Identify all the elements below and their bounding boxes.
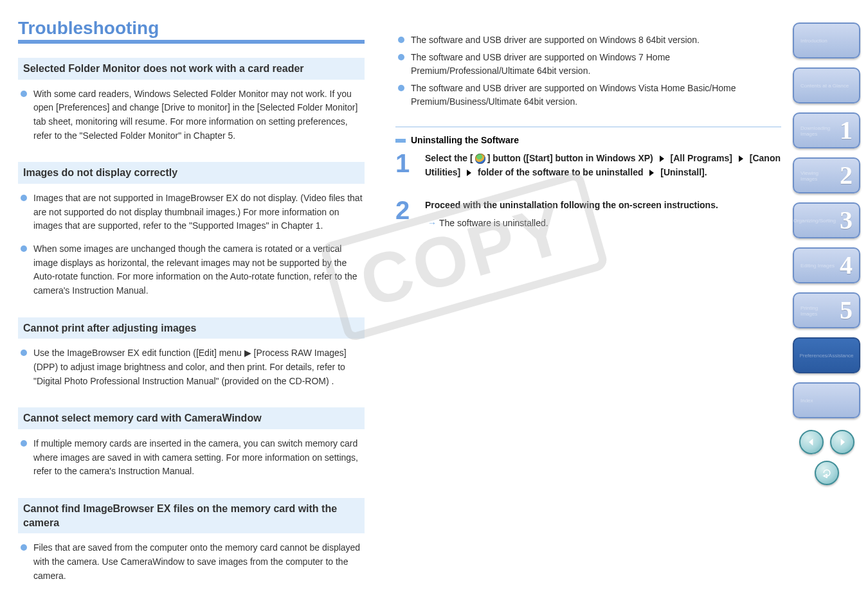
uninstall-heading: Uninstalling the Software bbox=[395, 135, 781, 145]
nav-preferences[interactable]: Preferences/Assistance bbox=[793, 337, 860, 373]
bullet-item: Files that are saved from the computer o… bbox=[18, 541, 365, 583]
nav-chapter-2[interactable]: Viewing Images 2 bbox=[793, 157, 860, 193]
prev-page-button[interactable] bbox=[799, 430, 824, 454]
nav-chapter-5[interactable]: Printing Images 5 bbox=[793, 292, 860, 328]
subhead-4: Cannot select memory card with CameraWin… bbox=[18, 407, 365, 429]
next-page-button[interactable] bbox=[830, 430, 854, 454]
info-bullet: The software and USB driver are supporte… bbox=[395, 82, 781, 109]
chapter-sidebar: Introduction Contents at a Glance Downlo… bbox=[788, 0, 868, 613]
step-number-2: 2 bbox=[395, 199, 425, 230]
bullet-item: Images that are not supported in ImageBr… bbox=[18, 191, 365, 233]
subhead-3: Cannot print after adjusting images bbox=[18, 317, 365, 339]
info-bullet: The software and USB driver are supporte… bbox=[395, 51, 781, 78]
subhead-1: Selected Folder Monitor does not work wi… bbox=[18, 58, 365, 80]
bullet-item: When some images are unchanged though th… bbox=[18, 242, 365, 298]
step-title: Proceed with the uninstallation followin… bbox=[425, 200, 718, 210]
subhead-5: Cannot find ImageBrowser EX files on the… bbox=[18, 498, 365, 533]
chevron-right-icon bbox=[649, 170, 654, 176]
nav-contents[interactable]: Contents at a Glance bbox=[793, 67, 860, 103]
windows-logo-icon bbox=[475, 154, 485, 164]
nav-chapter-4[interactable]: Editing Images 4 bbox=[793, 247, 860, 283]
step-1: 1 Select the [] button ([Start] button i… bbox=[395, 152, 781, 179]
troubleshooting-column: Troubleshooting Selected Folder Monitor … bbox=[0, 0, 376, 613]
section-divider bbox=[395, 127, 781, 127]
step-number-1: 1 bbox=[395, 152, 425, 179]
step-text: [All Programs] bbox=[671, 153, 732, 163]
svg-marker-0 bbox=[809, 438, 813, 445]
nav-chapter-1[interactable]: Downloading Images 1 bbox=[793, 112, 860, 148]
nav-chapter-3[interactable]: Organizing/Sorting 3 bbox=[793, 202, 860, 238]
step-note: The software is uninstalled. bbox=[439, 218, 548, 228]
nav-index[interactable]: Index bbox=[793, 382, 860, 418]
bullet-item: With some card readers, Windows Selected… bbox=[18, 87, 365, 143]
nav-introduction[interactable]: Introduction bbox=[793, 22, 860, 58]
title-underline bbox=[18, 40, 365, 44]
svg-marker-1 bbox=[840, 438, 844, 445]
step-text: Select the [ bbox=[425, 153, 473, 163]
chevron-right-icon bbox=[467, 170, 471, 176]
step-text: ] button ([Start] button in Windows XP) bbox=[487, 153, 653, 163]
chevron-right-icon bbox=[660, 155, 664, 162]
page-title: Troubleshooting bbox=[18, 18, 365, 39]
step-2: 2 Proceed with the uninstallation follow… bbox=[395, 199, 781, 230]
return-button[interactable] bbox=[815, 461, 839, 485]
step-text: [Uninstall]. bbox=[660, 167, 707, 177]
subhead-2: Images do not display correctly bbox=[18, 162, 365, 184]
info-bullet: The software and USB driver are supporte… bbox=[395, 33, 781, 47]
pager bbox=[793, 430, 860, 454]
right-column: The software and USB driver are supporte… bbox=[376, 0, 788, 613]
step-text: folder of the software to be uninstalled bbox=[478, 167, 643, 177]
bullet-item: If multiple memory cards are inserted in… bbox=[18, 437, 365, 479]
bullet-item: Use the ImageBrowser EX edit function ([… bbox=[18, 346, 365, 388]
chevron-right-icon bbox=[739, 155, 743, 162]
